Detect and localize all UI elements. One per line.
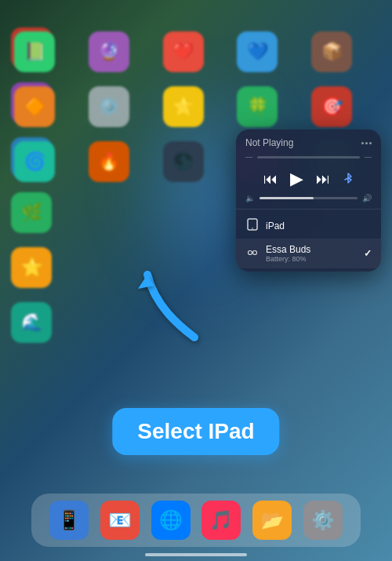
app-icon-10[interactable]: 🎯	[311, 86, 352, 127]
dot-1	[361, 142, 364, 144]
buds-battery: Battery: 80%	[266, 255, 358, 263]
app-icon-6[interactable]: 🔶	[14, 86, 55, 127]
media-top: Not Playing	[236, 129, 381, 153]
media-dots	[361, 142, 372, 144]
app-icon-3[interactable]: ❤️	[163, 31, 204, 72]
volume-low-icon: 🔈	[245, 194, 255, 202]
device-item-essa-buds[interactable]: Essa Buds Battery: 80% ✓	[236, 239, 381, 268]
media-panel: Not Playing — — ⏮ ▶ ⏭ 🔈 🔊	[236, 129, 381, 271]
play-button[interactable]: ▶	[290, 169, 303, 189]
not-playing-label: Not Playing	[245, 137, 293, 148]
arrow-svg	[132, 259, 234, 353]
progress-end: —	[365, 153, 372, 161]
progress-row: — —	[236, 153, 381, 161]
home-indicator[interactable]	[145, 553, 247, 556]
svg-point-1	[252, 228, 253, 229]
rewind-button[interactable]: ⏮	[263, 171, 278, 188]
sidebar-icon-6: 🌊	[11, 302, 52, 343]
sidebar-icon-5: ⭐	[11, 247, 52, 288]
app-icon-11[interactable]: 🌀	[14, 141, 55, 182]
buds-name: Essa Buds	[266, 244, 358, 255]
app-icon-8[interactable]: ⭐	[163, 86, 204, 127]
app-icon-2[interactable]: 🔮	[89, 31, 129, 72]
buds-checkmark: ✓	[364, 248, 372, 259]
select-ipad-label[interactable]: Select IPad	[112, 408, 279, 455]
volume-row: 🔈 🔊	[236, 194, 381, 209]
svg-point-2	[249, 250, 252, 254]
dot-2	[365, 142, 368, 144]
bluetooth-button[interactable]	[343, 173, 354, 186]
progress-start: —	[245, 153, 252, 161]
volume-fill	[260, 197, 314, 199]
select-ipad-text: Select IPad	[137, 419, 254, 443]
dot-3	[369, 142, 372, 144]
dock-icon-6[interactable]: ⚙️	[303, 501, 343, 540]
ipad-name: iPad	[266, 220, 372, 231]
media-controls: ⏮ ▶ ⏭	[236, 166, 381, 194]
app-icon-9[interactable]: 🍀	[237, 86, 278, 127]
app-icon-13[interactable]: 🌑	[163, 141, 204, 182]
app-icon-1[interactable]: 📗	[14, 31, 55, 72]
buds-info: Essa Buds Battery: 80%	[266, 244, 358, 263]
dock-icon-4[interactable]: 🎵	[201, 501, 241, 540]
arrow-container	[132, 259, 234, 353]
volume-high-icon: 🔊	[362, 194, 372, 202]
dock-icon-1[interactable]: 📱	[49, 501, 89, 540]
device-list: iPad Essa Buds Battery: 80% ✓	[236, 209, 381, 271]
dock-icon-5[interactable]: 📂	[252, 501, 292, 540]
app-icon-4[interactable]: 💙	[237, 31, 278, 72]
ipad-info: iPad	[266, 220, 372, 231]
dock-icon-3[interactable]: 🌐	[151, 501, 191, 540]
sidebar-icon-4: 🌿	[11, 192, 52, 233]
device-item-ipad[interactable]: iPad	[236, 213, 381, 239]
volume-bar[interactable]	[260, 197, 358, 199]
app-icon-5[interactable]: 📦	[311, 31, 352, 72]
app-icon-12[interactable]: 🔥	[89, 141, 129, 182]
dock-icon-2[interactable]: 📧	[100, 501, 140, 540]
progress-bar[interactable]	[257, 156, 360, 158]
ipad-icon	[245, 218, 260, 233]
dock: 📱 📧 🌐 🎵 📂 ⚙️	[31, 494, 361, 547]
buds-icon	[245, 247, 260, 260]
forward-button[interactable]: ⏭	[316, 171, 330, 188]
app-icon-7[interactable]: ⚙️	[89, 86, 129, 127]
svg-point-3	[253, 250, 257, 254]
